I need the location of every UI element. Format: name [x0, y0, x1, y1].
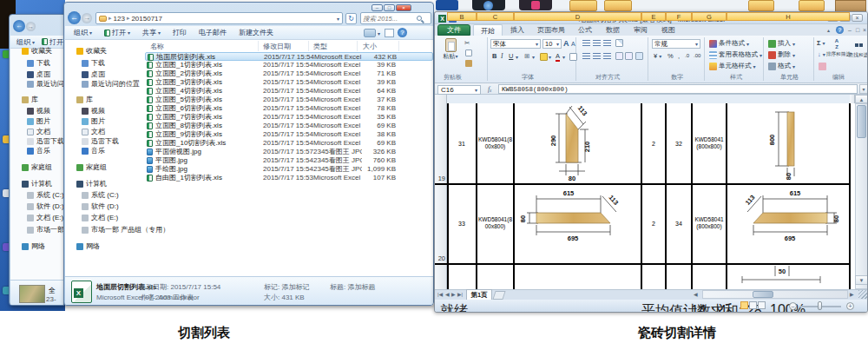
increase-decimal-icon[interactable]: .0: [685, 53, 689, 58]
sidebar-item-share[interactable]: 市场一部 产品组（专用）: [27, 225, 64, 234]
underline-dropdown-icon[interactable]: ▾: [516, 54, 518, 60]
sidebar-item-drive-e[interactable]: 文档 (E:): [27, 213, 63, 222]
workbook-close-icon[interactable]: ×: [863, 27, 866, 33]
column-header-c[interactable]: C: [477, 12, 514, 21]
cut-icon[interactable]: ✂: [464, 39, 470, 47]
file-row[interactable]: 立面图_1切割列表.xls2015/7/17 15:54Microsoft Ex…: [145, 61, 433, 69]
sidebar-item-recent[interactable]: 最近访问的位置: [82, 79, 140, 89]
sidebar-item-thunder[interactable]: 迅雷下载: [27, 136, 64, 146]
sidebar-item-thunder[interactable]: 迅雷下载: [82, 136, 119, 146]
new-folder-button[interactable]: 新建文件夹: [239, 28, 273, 37]
sidebar-item-homegroup[interactable]: 家庭组: [22, 162, 52, 172]
increase-indent-icon[interactable]: [625, 52, 633, 60]
desktop-icon[interactable]: [436, 0, 458, 10]
hscroll-left-icon[interactable]: ◀: [694, 291, 698, 297]
sidebar-item-drive-d[interactable]: 软件 (D:): [82, 201, 119, 211]
file-row[interactable]: 自由图_1切割列表.xls2015/7/17 15:53Microsoft Ex…: [145, 174, 433, 182]
currency-icon[interactable]: ¥▾: [654, 52, 661, 60]
find-select-button[interactable]: 查找和选择: [848, 38, 868, 59]
email-button[interactable]: 电子邮件: [199, 28, 227, 37]
italic-button[interactable]: I: [501, 52, 503, 60]
delete-cells-button[interactable]: 删除▾: [768, 50, 795, 59]
file-row[interactable]: 立面图_3切割列表.xls2015/7/17 15:54Microsoft Ex…: [145, 78, 433, 87]
print-button[interactable]: 打印: [173, 28, 187, 37]
file-row[interactable]: 手绘图.jpg2015/7/17 15:542345看图王 JPG ...1,0…: [145, 165, 433, 174]
column-divider[interactable]: [258, 41, 259, 51]
cell-c19[interactable]: KWD58041(800x800): [477, 136, 513, 149]
sidebar-item-network[interactable]: 网络: [22, 241, 45, 251]
comma-icon[interactable]: ,: [678, 52, 680, 60]
desktop-icon[interactable]: [472, 0, 505, 10]
fx-icon[interactable]: fₓ: [488, 85, 492, 93]
select-all-corner[interactable]: [435, 95, 447, 103]
fill-dropdown-icon[interactable]: ▾: [549, 54, 551, 60]
hscroll-right-icon[interactable]: ▶: [850, 291, 854, 297]
sidebar-item-videos[interactable]: 视频: [27, 106, 50, 116]
paste-button[interactable]: 粘贴▾: [440, 38, 461, 61]
insert-cells-button[interactable]: 插入▾: [768, 39, 795, 48]
help-icon[interactable]: ?: [398, 28, 407, 37]
align-bottom-icon[interactable]: [603, 40, 611, 46]
close-button[interactable]: ×: [852, 14, 863, 22]
column-header-h[interactable]: H: [727, 12, 850, 21]
cell-f20[interactable]: 34: [666, 221, 692, 227]
close-button[interactable]: ×: [396, 4, 411, 11]
sidebar-item-drive-d[interactable]: 软件 (D:): [27, 201, 64, 211]
column-header-e[interactable]: E: [641, 12, 666, 21]
file-row[interactable]: 平面俯视图.jpg2015/7/17 15:572345看图王 JPG ...3…: [145, 148, 433, 156]
shrink-font-icon[interactable]: A: [571, 41, 575, 47]
tab-home[interactable]: 开始: [473, 24, 503, 36]
autosum-icon[interactable]: Σ▾: [817, 39, 825, 47]
sidebar-item-libraries[interactable]: 库: [76, 95, 93, 104]
sidebar-item-pictures[interactable]: 图片: [82, 116, 105, 126]
number-format-combo[interactable]: 常规▾: [652, 39, 700, 49]
horizontal-scrollbar[interactable]: [702, 290, 848, 299]
sort-filter-button[interactable]: AZ 排序和筛选: [825, 38, 848, 58]
align-top-icon[interactable]: [582, 40, 590, 46]
zoom-in-icon[interactable]: +: [846, 302, 854, 310]
tab-data[interactable]: 数据: [600, 24, 626, 36]
font-name-combo[interactable]: 宋体▾: [490, 39, 541, 49]
sidebar-item-computer[interactable]: 计算机: [76, 179, 107, 188]
vertical-scroll-thumb[interactable]: [857, 105, 866, 138]
sidebar-item-desktop[interactable]: 桌面: [27, 69, 50, 79]
file-row[interactable]: 平面图.jpg2015/7/17 15:542345看图王 JPG ...760…: [145, 156, 433, 165]
sidebar-item-drive-c[interactable]: 系统 (C:): [27, 190, 64, 200]
borders-icon[interactable]: ⊞: [524, 52, 529, 60]
back-icon[interactable]: ←: [68, 11, 81, 24]
address-dropdown-icon[interactable]: ▾: [337, 16, 339, 22]
row-header-19[interactable]: 19: [435, 175, 445, 182]
column-header-g[interactable]: G: [692, 12, 727, 21]
desktop-icon[interactable]: [835, 0, 866, 12]
open-button[interactable]: 打开: [42, 37, 63, 47]
tab-view[interactable]: 视图: [655, 24, 681, 36]
file-row[interactable]: 立面图_2切割列表.xls2015/7/17 15:54Microsoft Ex…: [145, 69, 433, 78]
align-center-icon[interactable]: [593, 53, 601, 59]
column-divider[interactable]: [357, 41, 358, 51]
folder-icon[interactable]: [604, 0, 632, 11]
open-button[interactable]: 打开▾: [104, 28, 130, 37]
cell-g20[interactable]: KWD58041(800x800): [693, 216, 726, 229]
resize-grip[interactable]: [858, 290, 867, 299]
name-box[interactable]: C16▾: [437, 85, 481, 95]
cell-styles-button[interactable]: 单元格样式▾: [709, 62, 756, 70]
sidebar-item-music[interactable]: 音乐: [27, 146, 50, 155]
align-left-icon[interactable]: [582, 53, 590, 59]
tab-file[interactable]: 文件: [437, 24, 470, 36]
workbook-restore-icon[interactable]: □: [856, 27, 859, 33]
horizontal-scroll-thumb[interactable]: [753, 291, 773, 298]
sidebar-item-libraries[interactable]: 库: [22, 95, 38, 104]
file-row[interactable]: 立面图_9切割列表.xls2015/7/17 15:54Microsoft Ex…: [145, 130, 433, 139]
format-painter-icon[interactable]: [465, 60, 472, 67]
file-row[interactable]: 立面图_10切割列表.xls2015/7/17 15:54Microsoft E…: [145, 139, 433, 148]
minimize-button[interactable]: –: [372, 4, 383, 11]
grow-font-icon[interactable]: A: [563, 39, 569, 48]
sidebar-item-recent[interactable]: 最近访问的位置: [27, 79, 64, 89]
sidebar-item-homegroup[interactable]: 家庭组: [76, 162, 107, 172]
forward-icon[interactable]: →: [82, 13, 92, 23]
breadcrumb-current[interactable]: 20150717: [131, 15, 162, 23]
share-button[interactable]: 共享▾: [142, 28, 161, 37]
sidebar-item-desktop[interactable]: 桌面: [82, 69, 105, 79]
prev-sheet-icon[interactable]: ◀: [445, 291, 450, 297]
column-header-f[interactable]: F: [666, 12, 692, 21]
